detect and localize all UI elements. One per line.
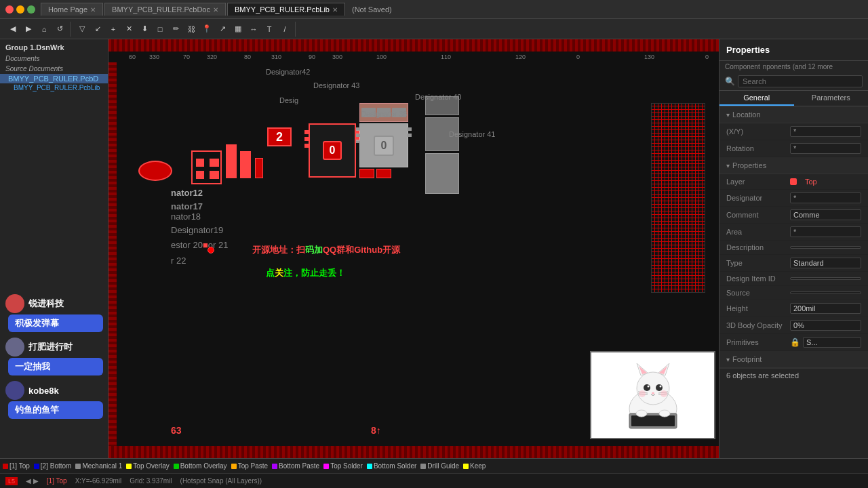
props-arrow: ▾ [726,162,730,169]
video-content [591,352,714,438]
ruler-top [108,39,719,52]
svg-point-18 [659,410,670,417]
source-value[interactable] [790,291,861,294]
desig-nator19: Designator19 [171,225,223,235]
chat-entry-2: kobe8k 钓鱼的鱼竿 [5,381,103,419]
tab-pcbdoc-close[interactable]: ✕ [213,6,218,14]
tab-pcblib-close[interactable]: ✕ [332,6,338,14]
layer-chip-top-overlay[interactable]: Top Overlay [126,462,169,470]
tb-chart[interactable]: ▦ [231,22,245,37]
layer-chip-bottom-paste[interactable]: Bottom Paste [272,462,319,470]
layer-chip-drill[interactable]: Drill Guide [420,462,459,470]
designator-value[interactable]: * [790,192,861,203]
mid-pad-l3 [356,140,360,143]
svg-point-17 [636,410,647,417]
svg-point-10 [652,392,654,394]
tb-text[interactable]: T [262,22,277,37]
prop-primitives-row: Primitives 🔒 S... [719,334,868,351]
lock-icon[interactable]: 🔒 [790,338,800,347]
prop-search-input[interactable] [738,75,863,87]
description-value[interactable] [790,246,861,249]
tb-download[interactable]: ⬇ [137,22,152,37]
tb-brush[interactable]: / [277,22,292,37]
scale-300: 300 [332,54,342,60]
pcb-content[interactable]: 2 0 [108,62,719,446]
comp-pad3 [210,159,219,167]
layer-chip-mech[interactable]: Mechanical 1 [75,462,122,470]
scale-330: 330 [149,54,159,60]
tb-plus[interactable]: + [106,22,121,37]
ruler-left [108,62,117,446]
scale-0: 0 [576,54,580,60]
prop-tab-general[interactable]: General [719,91,794,106]
chat-username-1: 打肥进行时 [28,341,73,353]
chat-entry-0: 锐进科技 积极发弹幕 [5,294,103,332]
tb-forward[interactable]: ▶ [21,22,36,37]
layer-bar: [1] Top [2] Bottom Mechanical 1 Top Over… [0,458,868,473]
ruler-bottom [108,446,719,458]
prop-design-item-row: Design Item ID [719,272,868,286]
layer-value[interactable]: Top [802,177,861,186]
layer-name-mech: Mechanical 1 [82,462,122,470]
pcb-components[interactable]: 2 0 [117,62,719,446]
layer-chip-top-solder[interactable]: Top Solder [323,462,363,470]
maximize-button[interactable] [27,5,35,14]
minimize-button[interactable] [16,5,24,14]
rotation-value[interactable]: * [790,143,861,154]
comp-bar1 [226,144,237,178]
tb-home[interactable]: ⌂ [37,22,52,37]
tb-cross[interactable]: ✕ [121,22,136,37]
comment-value[interactable]: Comme [790,209,861,220]
tab-home[interactable]: Home Page ✕ [41,3,103,16]
design-item-value[interactable] [790,277,861,280]
tab-pcblib-label: BMYY_PCB_RULER.PcbLib [235,5,330,14]
tab-pcblib[interactable]: BMYY_PCB_RULER.PcbLib ✕ [227,3,345,16]
type-value[interactable]: Standard [790,258,861,268]
layer-color-bottom-paste [272,464,277,469]
tb-square[interactable]: □ [153,22,167,37]
chat-avatar-2 [5,381,24,400]
layer-chip-top-paste[interactable]: Top Paste [231,462,268,470]
tb-filter[interactable]: ▽ [75,22,90,37]
scale-80: 80 [244,54,251,60]
tb-link[interactable]: ⛓ [184,22,199,37]
layer-chip-bottom-overlay[interactable]: Bottom Overlay [174,462,227,470]
body-opacity-label: 3D Body Opacity [726,321,787,329]
layer-chip-bottom-solder[interactable]: Bottom Solder [367,462,416,470]
tb-pen[interactable]: ✏ [168,22,183,37]
pcb-canvas-area[interactable]: 60 330 70 320 80 310 90 300 100 110 120 … [108,39,719,458]
tb-pin[interactable]: 📍 [199,22,214,37]
desig-disn: Desig [279,96,298,104]
xy-value[interactable]: * [790,126,861,137]
layer-color-top-overlay [126,464,132,469]
primitives-label: Primitives [726,338,787,346]
layer-color-dot [790,178,797,185]
tb-back[interactable]: ◀ [5,22,20,37]
status-arrows: ◀ ▶ [26,477,39,485]
layer-chip-top[interactable]: [1] Top [3,462,30,470]
layer-chip-keep[interactable]: Keep [463,462,486,470]
video-thumbnail[interactable] [590,351,715,439]
sidebar-item-pcblib[interactable]: BMYY_PCB_RULER.PcbLib [0,83,108,92]
prop-layer-row: Layer Top [719,174,868,190]
window-controls [5,5,35,14]
prop-type-row: Type Standard [719,255,868,272]
scale-num-63: 63 [171,425,182,436]
height-value[interactable]: 200mil [790,303,861,314]
desig-nator12: nator12 [171,188,203,198]
layer-chip-bottom[interactable]: [2] Bottom [34,462,72,470]
chat-bubble-1: 一定抽我 [8,358,103,375]
scale-320: 320 [207,54,217,60]
tb-refresh[interactable]: ↺ [52,22,67,37]
area-value[interactable]: * [790,226,861,237]
sidebar-item-pcbdoc[interactable]: BMYY_PCB_RULER.PcbD [0,74,108,83]
close-button[interactable] [5,5,14,14]
tab-home-close[interactable]: ✕ [90,6,96,14]
prop-tab-parameters[interactable]: Parameters [794,91,869,106]
chat-avatar-1 [5,338,24,357]
tb-select[interactable]: ↙ [90,22,105,37]
tb-cursor[interactable]: ↗ [215,22,230,37]
tb-measure[interactable]: ↔ [246,22,261,37]
body-opacity-value[interactable]: 0% [790,320,861,331]
tab-pcbdoc[interactable]: BMYY_PCB_RULER.PcbDoc ✕ [104,3,226,16]
